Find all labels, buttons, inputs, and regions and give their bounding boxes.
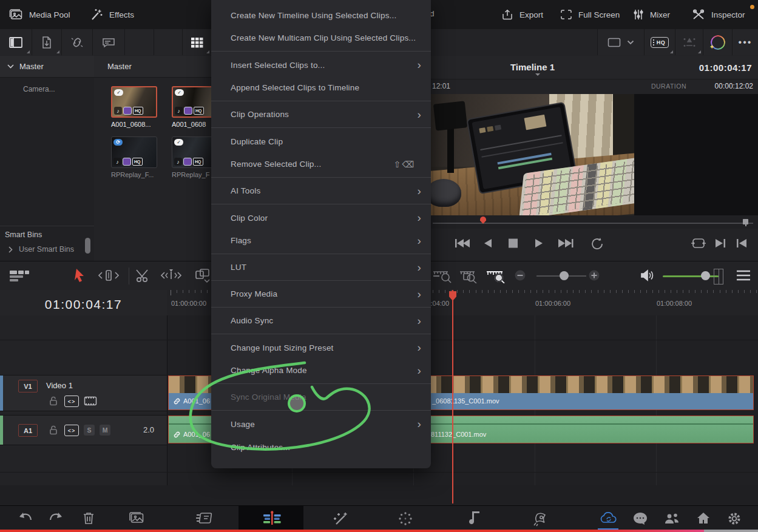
bypass-effects-button[interactable] [675, 29, 703, 55]
video-track-header[interactable]: V1 Video 1 <> [0, 375, 167, 411]
delete-button[interactable] [83, 511, 95, 525]
deliver-page-button[interactable] [533, 511, 549, 527]
viewer-scrubber[interactable] [431, 215, 758, 229]
scrubber-end-handle[interactable] [743, 219, 748, 224]
stop-button[interactable] [508, 237, 518, 249]
trim-edit-tool-button[interactable] [97, 269, 120, 282]
playhead-line[interactable] [452, 290, 453, 503]
cloud-sync-button[interactable] [600, 511, 618, 525]
zoom-out-button[interactable] [515, 270, 526, 281]
chat-button[interactable] [632, 511, 648, 526]
auto-select-toggle[interactable]: <> [64, 396, 79, 407]
go-to-last-frame-button[interactable] [557, 237, 574, 249]
razor-tool-button[interactable] [135, 268, 152, 284]
zoom-in-button[interactable] [589, 270, 600, 281]
bin-master-row[interactable]: Master [0, 56, 94, 78]
panel-layout-button[interactable] [0, 29, 32, 55]
menu-item-remove-selected-clip[interactable]: Remove Selected Clip...⇧⌫ [211, 153, 431, 178]
dynamic-trim-tool-button[interactable] [159, 268, 183, 283]
timeline-menu-button[interactable] [736, 269, 751, 281]
audio-track-header[interactable]: A1 <> S M 2.0 [0, 415, 167, 445]
zoom-detail-button[interactable] [459, 269, 479, 283]
menu-item-clip-operations[interactable]: Clip Operations› [211, 103, 431, 128]
media-clip-rpreplay-f[interactable]: ⟳♪HQRPReplay_F... [111, 136, 158, 178]
selection-tool-button[interactable] [74, 268, 86, 283]
import-media-button[interactable] [32, 29, 62, 55]
mute-button[interactable]: M [100, 425, 110, 436]
loop-playback-button[interactable] [590, 237, 604, 251]
zoom-full-extent-button[interactable] [432, 269, 453, 283]
menu-item-proxy-media[interactable]: Proxy Media› [211, 283, 431, 308]
video-track-badge[interactable]: V1 [18, 380, 38, 392]
media-pool-toggle[interactable]: Media Pool [8, 0, 70, 29]
viewer-options-button[interactable]: ••• [733, 29, 758, 55]
menu-item-duplicate-clip[interactable]: Duplicate Clip [211, 130, 431, 153]
media-page-button[interactable] [129, 511, 144, 525]
thumbnail-view-button[interactable] [183, 29, 212, 55]
fairlight-page-button[interactable] [467, 510, 481, 525]
lock-icon[interactable] [49, 425, 58, 435]
film-frame-icon[interactable] [84, 396, 97, 406]
sidebar-scrollbar-thumb[interactable] [85, 238, 90, 254]
menu-item-usage[interactable]: Usage› [211, 412, 431, 436]
step-back-button[interactable] [483, 237, 493, 249]
settings-button[interactable] [727, 511, 742, 526]
menu-item-ai-tools[interactable]: AI Tools› [211, 180, 431, 204]
zoom-slider-knob[interactable] [560, 271, 569, 280]
menu-item-append-selected-clips-to-timeline[interactable]: Append Selected Clips to Timeline [211, 76, 431, 101]
bin-sidebar: Master Camera... Smart Bins User Smart B… [0, 56, 95, 261]
play-to-end-button[interactable] [714, 237, 726, 249]
go-to-first-frame-button[interactable] [454, 237, 471, 249]
bin-item-camera[interactable]: Camera... [23, 85, 55, 93]
play-button[interactable] [534, 237, 544, 249]
timeline-selector[interactable]: Timeline 1 [431, 62, 634, 72]
clip-overlay-button[interactable] [194, 268, 212, 285]
color-page-button[interactable] [333, 511, 348, 526]
scrubber-track[interactable] [433, 223, 753, 224]
redo-button[interactable] [49, 511, 64, 525]
viewer-size-button[interactable] [598, 29, 645, 55]
lock-icon[interactable] [49, 396, 58, 406]
menu-item-audio-sync[interactable]: Audio Sync› [211, 309, 431, 334]
grade-display-button[interactable]: ✦ [703, 29, 733, 55]
playhead-handle[interactable] [448, 290, 458, 302]
proxy-quality-button[interactable]: HQ [645, 29, 675, 55]
volume-slider[interactable] [663, 275, 719, 277]
menu-item-change-alpha-mode[interactable]: Change Alpha Mode› [211, 359, 431, 384]
media-clip-a001-0608[interactable]: ✓♪HQA001_0608... [111, 86, 158, 128]
timeline-view-options-button[interactable] [8, 269, 30, 283]
menu-item-clip-attributes[interactable]: Clip Attributes... [211, 436, 431, 459]
custom-zoom-button[interactable] [486, 269, 506, 283]
solo-button[interactable]: S [84, 425, 95, 436]
menu-item-create-new-timeline-using-selected-clips[interactable]: Create New Timeline Using Selected Clips… [211, 4, 431, 27]
effects-toggle[interactable]: Effects [90, 0, 134, 29]
edit-page-button[interactable] [262, 511, 282, 525]
relink-media-button[interactable] [62, 29, 93, 55]
undo-button[interactable] [17, 511, 33, 525]
mixer-button[interactable]: Mixer [633, 0, 670, 29]
inspector-button[interactable]: Inspector [692, 0, 745, 29]
speaker-icon[interactable] [640, 269, 654, 282]
cut-page-button[interactable] [195, 511, 214, 525]
home-button[interactable] [696, 511, 711, 525]
menu-item-clip-color[interactable]: Clip Color› [211, 206, 431, 229]
full-screen-button[interactable]: Full Screen [560, 0, 620, 29]
play-from-start-button[interactable] [736, 237, 748, 249]
menu-item-sync-original-media: Sync Original Media [211, 386, 431, 411]
menu-item-flags[interactable]: Flags› [211, 229, 431, 254]
video-progress-bar[interactable] [0, 530, 758, 532]
export-button[interactable]: Export [501, 0, 543, 29]
menu-item-lut[interactable]: LUT› [211, 256, 431, 281]
menu-item-create-new-multicam-clip-using-selected-clips[interactable]: Create New Multicam Clip Using Selected … [211, 27, 431, 52]
audio-track-badge[interactable]: A1 [18, 424, 38, 437]
volume-slider-knob[interactable] [701, 271, 710, 280]
loop-range-button[interactable] [691, 237, 706, 249]
menu-item-insert-selected-clips-to[interactable]: Insert Selected Clips to...› [211, 53, 431, 76]
auto-select-toggle[interactable]: <> [64, 425, 79, 436]
user-smart-bins-row[interactable]: User Smart Bins [8, 245, 74, 254]
menu-item-change-input-sizing-preset[interactable]: Change Input Sizing Preset› [211, 336, 431, 359]
smart-bins-header: Smart Bins [5, 231, 42, 239]
fusion-page-button[interactable] [398, 511, 413, 526]
collaboration-button[interactable] [664, 511, 680, 525]
subtitles-button[interactable] [93, 29, 125, 55]
